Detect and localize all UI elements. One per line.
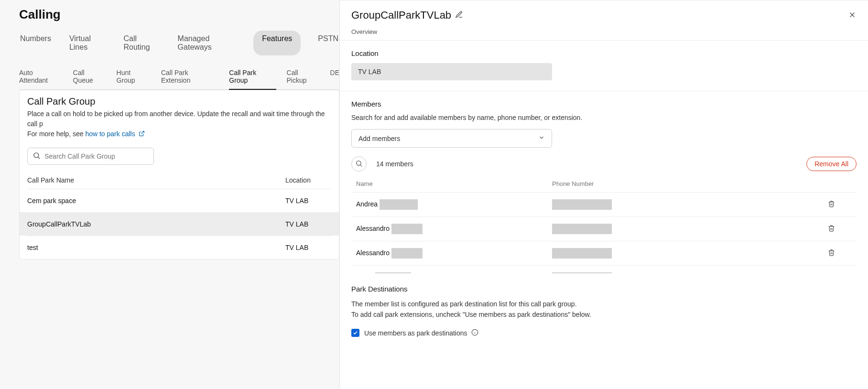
svg-line-0 bbox=[141, 131, 144, 134]
member-first-name: Alessandro bbox=[356, 249, 390, 257]
col-call-park-name: Call Park Name bbox=[27, 176, 285, 184]
help-row: For more help, see how to park calls bbox=[27, 130, 331, 138]
search-input[interactable] bbox=[44, 152, 149, 160]
redacted-block bbox=[375, 272, 411, 273]
page-title: Calling bbox=[19, 7, 339, 22]
tab-features[interactable]: Features bbox=[253, 31, 301, 55]
chevron-down-icon bbox=[538, 134, 545, 142]
redacted-block bbox=[552, 224, 612, 234]
member-row: Alessandro bbox=[351, 216, 857, 241]
detail-panel: GroupCallParkTVLab Overview Location TV … bbox=[339, 0, 868, 389]
subtab-auto-attendant[interactable]: Auto Attendant bbox=[19, 66, 63, 89]
search-call-park-group[interactable] bbox=[27, 148, 154, 165]
redacted-block bbox=[552, 272, 612, 273]
tab-numbers[interactable]: Numbers bbox=[19, 31, 52, 55]
members-col-phone: Phone Number bbox=[552, 180, 828, 187]
panel-title: GroupCallParkTVLab bbox=[351, 9, 451, 22]
tab-virtual-lines[interactable]: Virtual Lines bbox=[68, 31, 107, 55]
subtab-call-pickup[interactable]: Call Pickup bbox=[287, 66, 320, 89]
members-count: 14 members bbox=[376, 160, 413, 168]
table-row[interactable]: Cem park space TV LAB bbox=[27, 189, 331, 212]
external-link-icon bbox=[139, 130, 145, 138]
main-tabs: Numbers Virtual Lines Call Routing Manag… bbox=[19, 31, 339, 55]
sub-tabs: Auto Attendant Call Queue Hunt Group Cal… bbox=[19, 66, 339, 90]
col-location: Location bbox=[285, 176, 331, 184]
members-col-name: Name bbox=[356, 180, 552, 187]
park-destinations-desc-2: To add call park extensions, uncheck "Us… bbox=[351, 309, 857, 320]
section-description: Place a call on hold to be picked up fro… bbox=[27, 109, 331, 129]
use-members-checkbox[interactable] bbox=[351, 329, 359, 337]
subtab-hunt-group[interactable]: Hunt Group bbox=[117, 66, 151, 89]
table-row[interactable]: GroupCallParkTVLab TV LAB bbox=[20, 212, 339, 236]
delete-member-button[interactable] bbox=[828, 201, 835, 209]
member-row: Andrea bbox=[351, 192, 857, 216]
members-search-button[interactable] bbox=[351, 156, 367, 172]
add-members-dropdown[interactable]: Add members bbox=[351, 129, 552, 148]
subtab-call-park-extension[interactable]: Call Park Extension bbox=[161, 66, 218, 89]
cell-name: GroupCallParkTVLab bbox=[27, 220, 285, 228]
cell-location: TV LAB bbox=[285, 244, 331, 251]
panel-overview-label: Overview bbox=[340, 28, 868, 41]
edit-icon[interactable] bbox=[455, 11, 463, 20]
svg-line-6 bbox=[360, 165, 362, 166]
delete-member-button[interactable] bbox=[828, 250, 835, 258]
members-description: Search for and add available members by … bbox=[351, 114, 857, 121]
cell-name: Cem park space bbox=[27, 197, 285, 205]
help-prefix: For more help, see bbox=[27, 130, 85, 138]
park-destinations-desc-1: The member list is configured as park de… bbox=[351, 299, 857, 309]
location-value: TV LAB bbox=[351, 63, 552, 80]
search-icon bbox=[33, 151, 41, 161]
remove-all-button[interactable]: Remove All bbox=[806, 157, 857, 171]
redacted-block bbox=[552, 248, 612, 259]
park-destinations-label: Park Destinations bbox=[351, 285, 857, 293]
cell-location: TV LAB bbox=[285, 220, 331, 228]
tab-managed-gateways[interactable]: Managed Gateways bbox=[177, 31, 238, 55]
redacted-block bbox=[391, 224, 423, 234]
add-members-label: Add members bbox=[358, 135, 400, 142]
info-icon[interactable] bbox=[471, 329, 478, 337]
member-first-name: Andrea bbox=[356, 200, 378, 208]
tab-call-routing[interactable]: Call Routing bbox=[123, 31, 161, 55]
redacted-block bbox=[391, 248, 423, 259]
member-row: Alessandro bbox=[351, 241, 857, 265]
subtab-de[interactable]: DE bbox=[330, 66, 339, 89]
member-first-name: Alessandro bbox=[356, 225, 390, 232]
help-link-text: how to park calls bbox=[85, 130, 135, 138]
delete-member-button[interactable] bbox=[828, 226, 835, 233]
subtab-call-queue[interactable]: Call Queue bbox=[73, 66, 106, 89]
members-table: Name Phone Number Andrea bbox=[351, 175, 857, 273]
close-button[interactable] bbox=[848, 11, 857, 21]
subtab-call-park-group[interactable]: Call Park Group bbox=[229, 66, 276, 90]
redacted-block bbox=[380, 199, 418, 210]
help-link[interactable]: how to park calls bbox=[85, 130, 144, 138]
table-row[interactable]: test TV LAB bbox=[27, 236, 331, 259]
search-icon bbox=[355, 160, 363, 169]
cell-location: TV LAB bbox=[285, 197, 331, 205]
tab-pstn[interactable]: PSTN bbox=[317, 31, 339, 55]
section-title: Call Park Group bbox=[27, 96, 331, 107]
members-body[interactable]: Andrea Alessandro bbox=[351, 192, 857, 273]
use-members-checkbox-label: Use members as park destinations bbox=[364, 329, 467, 337]
members-label: Members bbox=[351, 100, 857, 108]
svg-point-5 bbox=[357, 161, 361, 165]
table-header: Call Park Name Location bbox=[27, 172, 331, 189]
svg-point-1 bbox=[34, 153, 39, 158]
svg-line-2 bbox=[38, 157, 40, 159]
location-label: Location bbox=[351, 49, 857, 57]
member-row: Giulia bbox=[351, 265, 857, 273]
redacted-block bbox=[552, 199, 612, 210]
cell-name: test bbox=[27, 244, 285, 251]
